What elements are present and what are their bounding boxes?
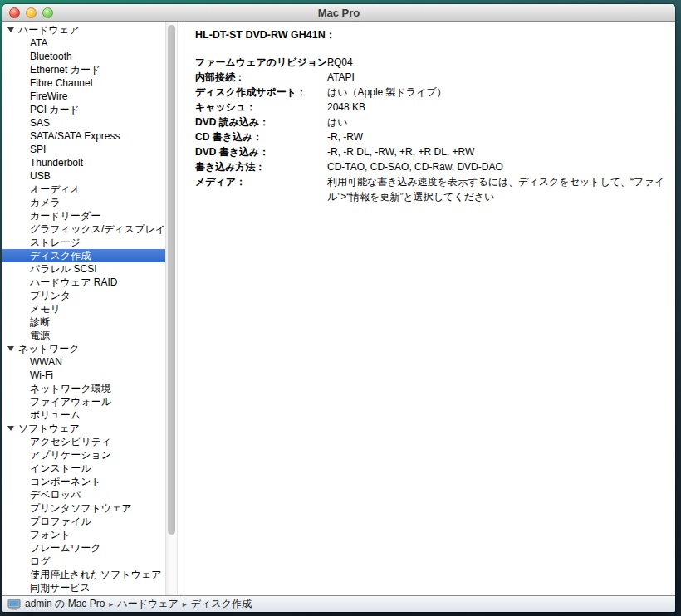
- disclosure-triangle-icon[interactable]: [7, 346, 14, 351]
- sidebar-item-pci-card[interactable]: PCI カード: [2, 103, 184, 116]
- sidebar-item-sas[interactable]: SAS: [2, 116, 184, 130]
- detail-pane: HL-DT-ST DVD-RW GH41N： ファームウェアのリビジョン：PQ0…: [184, 22, 675, 595]
- sidebar-item-camera[interactable]: カメラ: [2, 196, 184, 209]
- system-information-window: Mac Pro ハードウェア ATA Bluetooth Ethernet カー…: [2, 4, 675, 612]
- window-content: ハードウェア ATA Bluetooth Ethernet カード Fibre …: [2, 22, 675, 595]
- breadcrumb-separator: ▸: [109, 599, 113, 609]
- traffic-lights: [9, 7, 53, 18]
- sidebar-section-label: ハードウェア: [18, 24, 79, 36]
- sidebar-item-hardware-raid[interactable]: ハードウェア RAID: [2, 276, 184, 289]
- sidebar-item-developer[interactable]: デベロッパ: [2, 488, 184, 501]
- info-row: CD 書き込み：-R, -RW: [195, 130, 669, 144]
- sidebar-item-disabled-software[interactable]: 使用停止されたソフトウェア: [2, 568, 184, 581]
- sidebar: ハードウェア ATA Bluetooth Ethernet カード Fibre …: [2, 22, 184, 595]
- sidebar-item-usb[interactable]: USB: [2, 169, 184, 183]
- sidebar-section-label: ネットワーク: [18, 343, 79, 354]
- sidebar-item-frameworks[interactable]: フレームワーク: [2, 541, 184, 555]
- sidebar-item-graphics-displays[interactable]: グラフィックス/ディスプレイ: [2, 222, 184, 236]
- info-row: 書き込み方法：CD-TAO, CD-SAO, CD-Raw, DVD-DAO: [195, 159, 669, 174]
- sidebar-item-wwan[interactable]: WWAN: [2, 355, 184, 369]
- sidebar-item-fibre-channel[interactable]: Fibre Channel: [2, 76, 184, 90]
- sidebar-item-logs[interactable]: ログ: [2, 555, 184, 568]
- zoom-button[interactable]: [42, 7, 53, 18]
- sidebar-item-wifi[interactable]: Wi-Fi: [2, 369, 184, 382]
- info-value: 利用可能な書き込み速度を表示するには、ディスクをセットして、“ファイル”>“情報…: [327, 174, 669, 204]
- info-row: ディスク作成サポート：はい（Apple 製ドライブ）: [195, 85, 669, 100]
- info-label: DVD 読み込み：: [195, 115, 327, 130]
- status-bar: admin の Mac Pro ▸ ハードウェア ▸ ディスク作成: [2, 595, 675, 612]
- sidebar-item-power[interactable]: 電源: [2, 329, 184, 342]
- sidebar-scrollbar-thumb[interactable]: [168, 25, 175, 535]
- info-row: メディア：利用可能な書き込み速度を表示するには、ディスクをセットして、“ファイル…: [195, 174, 669, 204]
- sidebar-item-ata[interactable]: ATA: [2, 37, 184, 50]
- info-label: ディスク作成サポート：: [195, 85, 327, 100]
- sidebar-item-ethernet-card[interactable]: Ethernet カード: [2, 63, 184, 76]
- sidebar-section-network[interactable]: ネットワーク: [2, 342, 184, 355]
- minimize-button[interactable]: [26, 7, 37, 18]
- sidebar-section-label: ソフトウェア: [18, 423, 80, 434]
- disclosure-triangle-icon[interactable]: [7, 27, 14, 32]
- breadcrumb-separator: ▸: [183, 599, 187, 609]
- sidebar-item-parallel-scsi[interactable]: パラレル SCSI: [2, 262, 184, 276]
- sidebar-item-sync-services[interactable]: 同期サービス: [2, 581, 184, 594]
- sidebar-item-audio[interactable]: オーディオ: [2, 183, 184, 196]
- sidebar-item-applications[interactable]: アプリケーション: [2, 448, 184, 462]
- sidebar-item-sata[interactable]: SATA/SATA Express: [2, 130, 184, 143]
- info-row: DVD 書き込み：-R, -R DL, -RW, +R, +R DL, +RW: [195, 144, 669, 159]
- sidebar-item-memory[interactable]: メモリ: [2, 302, 184, 315]
- sidebar-item-accessibility[interactable]: アクセシビリティ: [2, 435, 184, 448]
- sidebar-section-software[interactable]: ソフトウェア: [2, 422, 184, 435]
- sidebar-item-volumes[interactable]: ボリューム: [2, 408, 184, 422]
- sidebar-item-locations[interactable]: ネットワーク環境: [2, 382, 184, 395]
- disclosure-triangle-icon[interactable]: [7, 426, 14, 431]
- info-value: -R, -R DL, -RW, +R, +R DL, +RW: [327, 144, 474, 159]
- sidebar-item-printers[interactable]: プリンタ: [2, 289, 184, 302]
- info-value: はい（Apple 製ドライブ）: [327, 85, 447, 100]
- info-label: CD 書き込み：: [195, 130, 327, 144]
- sidebar-item-thunderbolt[interactable]: Thunderbolt: [2, 156, 184, 169]
- info-value: ATAPI: [327, 70, 355, 85]
- sidebar-item-installations[interactable]: インストール: [2, 462, 184, 475]
- info-row: 内部接続：ATAPI: [195, 70, 669, 85]
- sidebar-item-profiles[interactable]: プロファイル: [2, 515, 184, 528]
- sidebar-item-spi[interactable]: SPI: [2, 143, 184, 156]
- sidebar-item-firewire[interactable]: FireWire: [2, 90, 184, 103]
- sidebar-item-components[interactable]: コンポーネント: [2, 475, 184, 488]
- sidebar-item-firewall[interactable]: ファイアウォール: [2, 395, 184, 408]
- breadcrumb-hardware[interactable]: ハードウェア: [117, 597, 178, 611]
- info-row: ファームウェアのリビジョン：PQ04: [195, 55, 669, 70]
- sidebar-item-fonts[interactable]: フォント: [2, 528, 184, 541]
- sidebar-scrollbar-track[interactable]: [165, 22, 178, 595]
- info-value: CD-TAO, CD-SAO, CD-Raw, DVD-DAO: [327, 159, 503, 174]
- window-title: Mac Pro: [318, 7, 360, 19]
- info-row: キャッシュ：2048 KB: [195, 100, 669, 115]
- info-value: -R, -RW: [327, 130, 363, 144]
- breadcrumb-disc-burning[interactable]: ディスク作成: [191, 597, 252, 611]
- device-heading: HL-DT-ST DVD-RW GH41N：: [195, 28, 669, 42]
- info-value: PQ04: [327, 55, 353, 70]
- sidebar-item-storage[interactable]: ストレージ: [2, 236, 184, 249]
- info-label: DVD 書き込み：: [195, 144, 327, 159]
- computer-display-icon: [7, 599, 21, 610]
- title-bar[interactable]: Mac Pro: [2, 4, 675, 22]
- sidebar-item-disc-burning[interactable]: ディスク作成: [2, 249, 172, 262]
- sidebar-section-hardware[interactable]: ハードウェア: [2, 23, 184, 37]
- sidebar-item-printer-software[interactable]: プリンタソフトウェア: [2, 501, 184, 515]
- sidebar-item-diagnostics[interactable]: 診断: [2, 315, 184, 329]
- info-value: はい: [327, 115, 348, 130]
- info-label: メディア：: [195, 174, 327, 204]
- info-label: 内部接続：: [195, 70, 327, 85]
- breadcrumb-computer[interactable]: admin の Mac Pro: [25, 597, 105, 611]
- info-label: ファームウェアのリビジョン：: [195, 55, 327, 70]
- info-row: DVD 読み込み：はい: [195, 115, 669, 130]
- info-label: キャッシュ：: [195, 100, 327, 115]
- sidebar-item-card-reader[interactable]: カードリーダー: [2, 209, 184, 222]
- info-value: 2048 KB: [327, 100, 365, 115]
- close-button[interactable]: [9, 7, 20, 18]
- sidebar-item-bluetooth[interactable]: Bluetooth: [2, 50, 184, 63]
- info-label: 書き込み方法：: [195, 159, 327, 174]
